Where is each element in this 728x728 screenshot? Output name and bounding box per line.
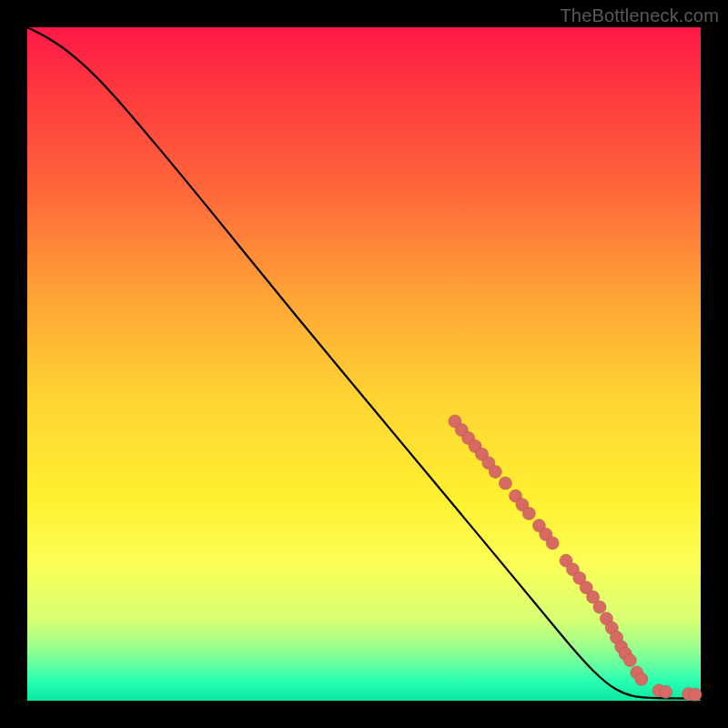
scatter-group (449, 415, 702, 701)
data-point (489, 465, 501, 478)
data-point (689, 688, 702, 701)
chart-svg (27, 27, 701, 701)
data-point (660, 685, 672, 698)
data-point (499, 477, 511, 490)
data-point (522, 507, 535, 520)
data-point (593, 601, 606, 613)
data-point (635, 672, 648, 685)
bottleneck-curve (27, 27, 701, 699)
plot-area (27, 27, 701, 701)
watermark-text: TheBottleneck.com (560, 5, 719, 26)
chart-frame: TheBottleneck.com (0, 0, 728, 728)
data-point (546, 537, 559, 550)
data-point (623, 654, 636, 667)
